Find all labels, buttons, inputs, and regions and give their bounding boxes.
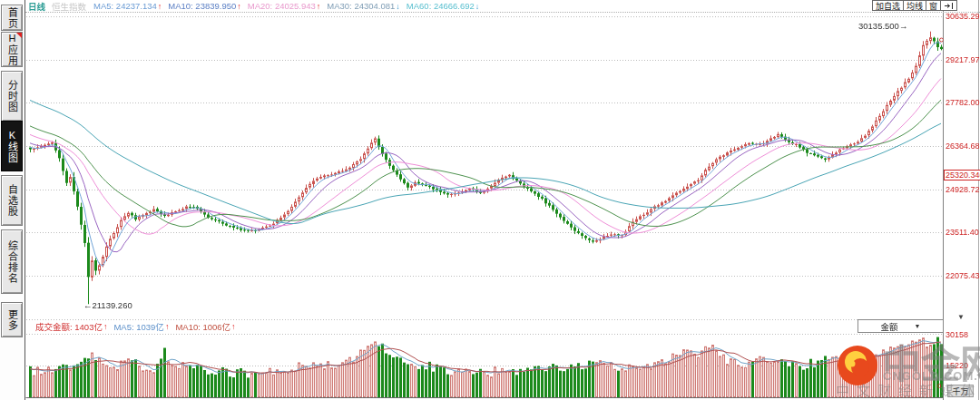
symbol-label: 恒生指数: [52, 0, 86, 13]
sidebar-item-3[interactable]: 分时图: [1, 71, 23, 122]
header-button-1[interactable]: 加自选: [872, 0, 903, 11]
stock-app-window: 首页H应用分时图K线图自选股综合排名更多 日线 恒生指数 MA5: 24237.…: [0, 0, 980, 400]
volume-legend-item: 成交金额: 1403亿↑: [35, 320, 107, 333]
sidebar-item-label: H应用: [7, 33, 17, 66]
sidebar-item-label: 综合排名: [7, 240, 17, 284]
candlestick-chart[interactable]: [0, 0, 980, 400]
arrow-right-icon: →: [899, 21, 908, 31]
ma-legend-item: MA5: 24237.134↑: [93, 1, 162, 11]
trend-arrow-icon: ↓: [475, 2, 480, 11]
header-button-2[interactable]: 均线: [903, 0, 926, 11]
chart-header: 日线 恒生指数 MA5: 24237.134↑MA10: 23839.950↑M…: [25, 0, 980, 13]
sidebar: 首页H应用分时图K线图自选股综合排名更多: [0, 0, 25, 400]
price-axis-label: 22075.43: [946, 271, 980, 280]
sidebar-item-label: 自选股: [7, 184, 17, 217]
low-annotation-value: 21139.260: [93, 300, 132, 310]
price-axis-label: 24928.72: [946, 185, 980, 194]
sidebar-item-4[interactable]: K线图: [1, 121, 23, 171]
pane-collapse-icon[interactable]: ▼: [957, 313, 965, 321]
volume-legend-item: MA5: 1039亿↑: [113, 320, 169, 333]
sidebar-item-label: K线图: [7, 130, 17, 163]
chevron-down-icon: ▼: [915, 323, 921, 329]
sidebar-item-1[interactable]: 首页: [1, 5, 23, 31]
period-label: 日线: [28, 0, 45, 13]
trend-arrow-icon: ↑: [317, 2, 321, 11]
price-axis-label: 26364.68: [946, 141, 980, 151]
price-axis-label: 23511.40: [946, 228, 979, 237]
trend-arrow-icon: ↑: [231, 322, 236, 331]
high-annotation: 30135.500→: [858, 21, 907, 31]
low-annotation: ←21139.260: [83, 300, 132, 310]
header-button-3[interactable]: 窗: [926, 0, 940, 11]
price-tag: 25320.346: [944, 170, 980, 180]
header-toolbar: 加自选均线窗: [872, 0, 957, 11]
trend-arrow-icon: ↑: [237, 2, 241, 11]
ma-legend-item: MA10: 23839.950↑: [168, 1, 241, 11]
sidebar-item-5[interactable]: 自选股: [1, 175, 23, 226]
sidebar-item-label: 更多: [7, 309, 17, 331]
trend-arrow-icon: ↓: [396, 2, 400, 11]
ma-legend-item: MA60: 24666.692↓: [407, 1, 480, 11]
ma-legend-item: MA30: 24304.081↓: [327, 1, 400, 11]
collapse-right-icon[interactable]: [940, 0, 957, 11]
sidebar-item-2[interactable]: H应用: [1, 32, 23, 67]
trend-arrow-icon: ↑: [158, 2, 162, 11]
volume-header: 成交金额: 1403亿↑MA5: 1039亿↑MA10: 1006亿↑: [25, 319, 852, 333]
watermark-slogan: 中文财经新媒体: [836, 380, 980, 399]
volume-legend-item: MA10: 1006亿↑: [175, 320, 235, 333]
trend-arrow-icon: ↑: [165, 322, 170, 331]
price-axis-label: 27782.00: [946, 98, 980, 107]
sidebar-item-6[interactable]: 综合排名: [1, 229, 23, 294]
price-axis-label: 30635.29: [946, 12, 980, 21]
sidebar-item-label: 首页: [7, 7, 17, 29]
ma-legend-item: MA20: 24025.943↑: [248, 1, 321, 11]
ma-legend: MA5: 24237.134↑MA10: 23839.950↑MA20: 240…: [93, 1, 485, 11]
volume-dropdown-label: 金额: [881, 320, 898, 333]
price-axis-label: 29217.97: [946, 55, 980, 64]
volume-type-dropdown[interactable]: 金额 ▼: [858, 319, 944, 333]
arrow-left-icon: ←: [83, 300, 93, 310]
sidebar-item-label: 分时图: [7, 80, 17, 112]
trend-arrow-icon: ↑: [103, 322, 108, 331]
sidebar-item-7[interactable]: 更多: [1, 302, 23, 337]
high-annotation-value: 30135.500: [858, 21, 899, 31]
